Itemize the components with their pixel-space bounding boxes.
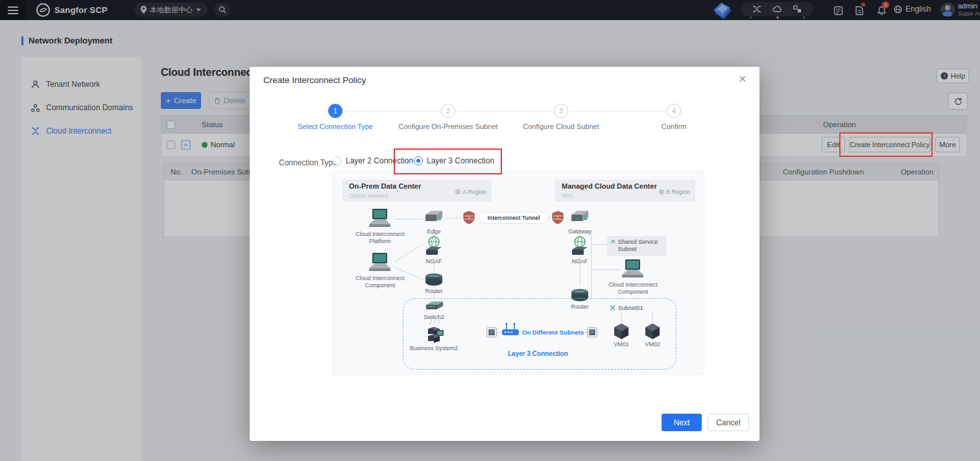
component-left-label: Cloud Interconnect Component	[349, 275, 411, 289]
ngaf-right-label: NGAF	[549, 258, 611, 265]
subnet-icon	[610, 305, 615, 311]
cloud-interconnect-component-left-icon	[366, 252, 394, 274]
layer3-connection-label: Layer 3 Connection	[508, 350, 568, 357]
topology-diagram: On-Prem Data Center Classic Network A Re…	[332, 171, 704, 375]
wireless-router-icon	[501, 322, 520, 337]
gateway-label: Gateway	[549, 228, 611, 235]
step-connector	[570, 111, 666, 112]
cloud-dc-region: B Region	[659, 189, 690, 195]
firewall-left-icon	[462, 211, 475, 224]
onprem-dc-subtitle: Classic Network	[349, 193, 388, 199]
cloud-dc-title: Managed Cloud Data Center	[562, 182, 657, 190]
step-2-circle: 2	[441, 104, 455, 118]
subnet01-tag: Subnet01	[610, 305, 643, 311]
cancel-button[interactable]: Cancel	[708, 414, 749, 431]
host-left-icon	[486, 327, 497, 338]
component-right-label: Cloud Interconnect Component	[602, 281, 664, 296]
step-2-label: Configure On-Premises Subnet	[390, 123, 507, 130]
gateway-device-icon	[569, 209, 591, 226]
vm01-icon	[613, 323, 630, 340]
onprem-dc-header: On-Prem Data Center Classic Network A Re…	[342, 180, 492, 202]
interconnect-tunnel-pill: Interconnect Tunnel	[479, 212, 549, 224]
create-interconnect-policy-modal: Create Interconnect Policy ✕ 1 2 3 4 Sel…	[250, 67, 759, 441]
firewall-right-icon	[551, 211, 564, 224]
step-connector	[344, 111, 440, 112]
platform-label: Cloud Interconnect Platform	[349, 231, 411, 245]
shared-service-subnet-tag: Shared Service Subnet	[607, 236, 667, 256]
edge-device-icon	[423, 209, 445, 226]
region-icon	[659, 189, 664, 195]
step-3-circle: 3	[554, 104, 568, 118]
cloud-dc-subtitle: VPC	[562, 193, 573, 199]
close-icon[interactable]: ✕	[738, 73, 747, 85]
business-system2-label: Business System2	[403, 345, 465, 352]
onprem-dc-title: On-Prem Data Center	[349, 182, 421, 190]
step-1-label: Select Connection Type	[277, 123, 394, 130]
next-button[interactable]: Next	[662, 414, 702, 431]
switch2-icon	[424, 300, 444, 311]
radio-icon	[333, 156, 342, 165]
region-icon	[455, 189, 460, 195]
business-system2-icon	[422, 327, 446, 345]
router-left-label: Router	[403, 288, 465, 295]
host-right-icon	[587, 327, 598, 338]
ngaf-right-icon	[569, 236, 590, 257]
cloud-interconnect-component-right-icon	[619, 258, 647, 280]
router-left-icon	[424, 272, 444, 287]
step-1-circle: 1	[328, 104, 342, 118]
on-different-subnets-label: On Different Subnets	[522, 329, 584, 336]
subnet-icon	[611, 239, 615, 244]
modal-title: Create Interconnect Policy	[263, 75, 366, 85]
switch2-label: Switch2	[403, 314, 465, 321]
ngaf-left-label: NGAF	[403, 258, 465, 265]
annotation-box-create-policy	[839, 132, 933, 157]
cloud-interconnect-platform-icon	[366, 207, 394, 230]
vm02-label: VM02	[621, 341, 684, 348]
vm02-icon	[644, 323, 661, 340]
step-3-label: Configure Cloud Subnet	[503, 123, 619, 130]
onprem-dc-region: A Region	[455, 189, 486, 195]
edge-label: Edge	[403, 228, 465, 235]
cloud-dc-header: Managed Cloud Data Center VPC B Region	[555, 180, 695, 202]
step-4-label: Confirm	[615, 123, 732, 130]
step-4-circle: 4	[667, 104, 681, 118]
ngaf-left-icon	[424, 236, 444, 257]
annotation-box-layer3	[394, 148, 502, 174]
step-connector	[457, 111, 553, 112]
connection-type-label: Connection Type:	[279, 158, 339, 167]
